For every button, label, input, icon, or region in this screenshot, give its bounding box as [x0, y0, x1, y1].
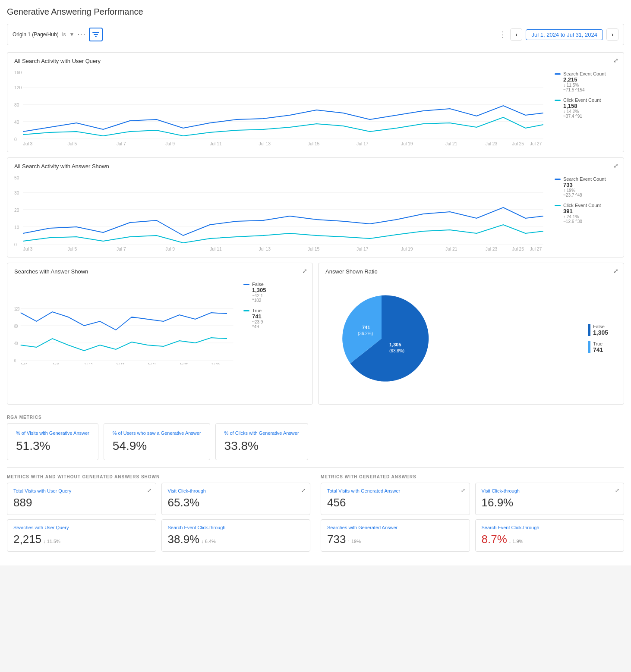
- svg-text:Jul 11: Jul 11: [210, 247, 222, 251]
- stat-icon-gen-visit-ctr[interactable]: ⤢: [615, 487, 619, 493]
- stat-label-searches-query: Searches with User Query: [13, 525, 150, 530]
- stat-sub-gen-searches: ↑ 19%: [347, 539, 361, 544]
- stat-card-gen-visits: Total Visits with Generated Answer 456 ⤢: [321, 483, 470, 515]
- pie-true-pct: (36.2%): [358, 331, 373, 336]
- chart3-expand-icon[interactable]: ⤢: [302, 267, 307, 274]
- filter-bar: Origin 1 (Page/Hub) is ▼ ⋮ ⋮ ‹ Jul 1, 20…: [7, 24, 624, 45]
- stat-label-gen-visit-ctr: Visit Click-through: [482, 488, 618, 493]
- chart4-true-label: True: [593, 341, 603, 346]
- svg-text:Jul 9: Jul 9: [165, 141, 175, 145]
- chart2-legend-list: Search Event Count 733 ↑ 19% ~23.7 ^49 C…: [555, 176, 617, 224]
- stat-card-searches-query: Searches with User Query 2,215 ↓ 11.5%: [7, 519, 156, 552]
- svg-text:30: 30: [14, 191, 19, 195]
- rga-metric-card-1: % of Users who saw a Generative Answer 5…: [104, 423, 210, 460]
- chart4-panel: Answer Shown Ratio ⤢ 1,305 (63.8%): [318, 263, 624, 405]
- bottom-right-cards-top: Total Visits with Generated Answer 456 ⤢…: [321, 483, 624, 515]
- funnel-icon: [92, 31, 99, 38]
- rga-metric-label-0: % of Visits with Generative Answer: [16, 430, 89, 436]
- chart4-true-item: True 741: [588, 341, 608, 353]
- svg-text:50: 50: [14, 176, 19, 180]
- svg-text:Jul 5: Jul 5: [68, 247, 77, 251]
- chart2-search-icon: [555, 179, 561, 180]
- legend-search-extra: ~71.5 ^154: [563, 88, 606, 92]
- stat-icon-gen-visits[interactable]: ⤢: [461, 487, 465, 493]
- stat-label-visit-ctr: Visit Click-through: [168, 488, 304, 493]
- click-line-icon: [555, 100, 561, 101]
- chart3-true-trend: ~23.9: [252, 320, 263, 324]
- chart3-legend-true: True 741 ~23.9 ^49: [243, 308, 306, 329]
- chart1-panel: All Search Activity with User Query ⤢ 0 …: [7, 52, 624, 152]
- chart4-expand-icon[interactable]: ⤢: [613, 267, 618, 274]
- svg-text:80: 80: [14, 324, 18, 329]
- stat-gen-search-ctr-row: 8.7% ↓ 1.9%: [482, 533, 618, 546]
- svg-text:Jul 5: Jul 5: [21, 363, 28, 364]
- svg-text:Jul 7: Jul 7: [117, 247, 126, 251]
- svg-text:Jul 19: Jul 19: [401, 247, 413, 251]
- stat-card-gen-visit-ctr: Visit Click-through 16.9% ⤢: [475, 483, 625, 515]
- svg-text:Jul 17: Jul 17: [116, 363, 124, 364]
- svg-text:120: 120: [14, 85, 22, 90]
- rga-metric-card-2: % of Clicks with Generative Answer 33.8%: [215, 423, 308, 460]
- rga-metric-card-0: % of Visits with Generative Answer 51.3%: [7, 423, 98, 460]
- stat-sub-search-ctr: ↓ 6.4%: [201, 539, 216, 544]
- stat-label-total-visits: Total Visits with User Query: [13, 488, 150, 493]
- stat-icon-total-visits[interactable]: ⤢: [147, 487, 151, 493]
- bottom-right-label: METRICS WITH GENERATED ANSWERS: [321, 474, 624, 479]
- svg-text:Jul 3: Jul 3: [23, 247, 33, 251]
- svg-text:Jul 19: Jul 19: [401, 141, 413, 145]
- chart2-expand-icon[interactable]: ⤢: [613, 162, 618, 169]
- svg-text:Jul 9: Jul 9: [52, 363, 59, 364]
- filter-left: Origin 1 (Page/Hub) is ▼ ⋮: [13, 28, 103, 41]
- rga-metric-value-0: 51.3%: [16, 439, 89, 453]
- chart4-content: 1,305 (63.8%) 741 (36.2%) False 1,305: [325, 278, 617, 399]
- date-prev-button[interactable]: ‹: [510, 28, 522, 41]
- bottom-left-cards-top: Total Visits with User Query 889 ⤢ Visit…: [7, 483, 310, 515]
- chart2-click-text: Click Event Count 391 ↑ 24.1% ~12.6 ^30: [563, 203, 601, 224]
- stat-label-search-ctr: Search Event Click-through: [168, 525, 304, 530]
- svg-text:80: 80: [14, 103, 19, 107]
- svg-text:Jul 27: Jul 27: [530, 141, 542, 145]
- legend-click-label: Click Event Count: [563, 97, 601, 103]
- legend-search-value: 2,215: [563, 76, 606, 83]
- filter-icon-button[interactable]: [89, 28, 103, 41]
- chart4-true-value: 741: [593, 346, 603, 353]
- stat-value-search-ctr: 38.9%: [168, 533, 200, 546]
- svg-text:Jul 21: Jul 21: [148, 363, 156, 364]
- svg-text:Jul 25: Jul 25: [512, 247, 524, 251]
- chart2-legend-search: Search Event Count 733 ↑ 19% ~23.7 ^49: [555, 176, 617, 198]
- chart1-expand-icon[interactable]: ⤢: [613, 57, 618, 64]
- chart4-true-text: True 741: [593, 341, 603, 353]
- stat-value-gen-search-ctr: 8.7%: [482, 533, 507, 546]
- chart3-true-extra: ^49: [252, 324, 263, 329]
- dots-menu-btn[interactable]: ⋮: [77, 31, 86, 38]
- chart4-false-item: False 1,305: [588, 324, 608, 336]
- page-container: Generative Answering Performance Origin …: [0, 0, 631, 565]
- legend-search-text: Search Event Count 2,215 ↓ 11.5% ~71.5 ^…: [563, 71, 606, 92]
- chart3-panel: Searches with Answer Shown ⤢ 0 40 80 120: [7, 263, 313, 405]
- legend-item-search: Search Event Count 2,215 ↓ 11.5% ~71.5 ^…: [555, 71, 617, 92]
- date-range-display[interactable]: Jul 1, 2024 to Jul 31, 2024: [526, 29, 603, 40]
- svg-text:Jul 7: Jul 7: [117, 141, 126, 145]
- chart2-search-extra: ~23.7 ^49: [563, 193, 606, 198]
- chart3-false-icon: [243, 284, 249, 285]
- stat-value-searches-query: 2,215: [13, 533, 41, 546]
- legend-click-value: 1,158: [563, 103, 601, 109]
- rga-section: RGA METRICS % of Visits with Generative …: [7, 415, 624, 460]
- filter-dropdown[interactable]: Origin 1 (Page/Hub) is ▼: [13, 31, 74, 38]
- chart3-svg: 0 40 80 120 Jul 5 Jul 9: [14, 278, 237, 366]
- svg-text:Jul 25: Jul 25: [512, 141, 524, 145]
- chart3-true-icon: [243, 310, 249, 311]
- date-next-button[interactable]: ›: [606, 28, 618, 41]
- chart3-true-value: 741: [252, 313, 263, 320]
- svg-text:20: 20: [14, 208, 19, 213]
- stat-card-search-ctr: Search Event Click-through 38.9% ↓ 6.4%: [161, 519, 311, 552]
- chart2-area: 0 10 20 30 50 Jul 3 Jul 5 Jul 7 Jul 9 Ju…: [14, 173, 617, 252]
- chart4-title: Answer Shown Ratio: [325, 268, 617, 275]
- svg-text:10: 10: [14, 225, 19, 230]
- stat-icon-visit-ctr[interactable]: ⤢: [301, 487, 306, 493]
- chart2-legend: Search Event Count 733 ↑ 19% ~23.7 ^49 C…: [548, 173, 617, 224]
- stat-searches-query-row: 2,215 ↓ 11.5%: [13, 533, 150, 546]
- filter-right-dots[interactable]: ⋮: [499, 30, 507, 39]
- svg-text:Jul 13: Jul 13: [84, 363, 93, 364]
- legend-search-label: Search Event Count: [563, 71, 606, 76]
